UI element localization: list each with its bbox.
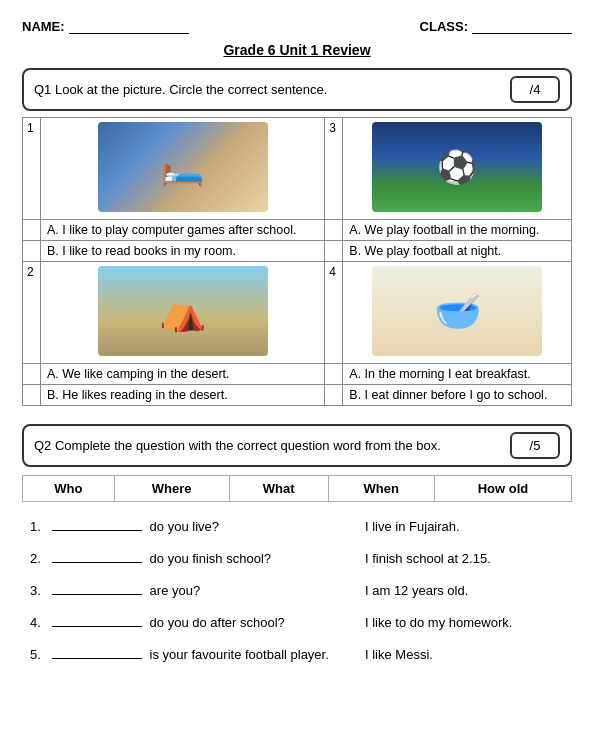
q2-row-1: 1. do you live? I live in Fujairah. [30, 516, 564, 534]
q2-score: /5 [510, 432, 560, 459]
q1-4-answer-a: A. In the morning I eat breakfast. [343, 364, 572, 385]
q2-num-1: 1. [30, 519, 52, 534]
q2-blank-1[interactable] [52, 516, 142, 531]
q1-1-answer-a: A. I like to play computer games after s… [41, 220, 325, 241]
q1-4-answer-b: B. I eat dinner before I go to school. [343, 385, 572, 406]
stadium-image [372, 122, 542, 212]
q1-section-header: Q1 Look at the picture. Circle the corre… [22, 68, 572, 111]
word-how-old: How old [434, 476, 571, 502]
q1-1-a-spacer [23, 220, 41, 241]
q1-2-answer-b: B. He likes reading in the desert. [41, 385, 325, 406]
q2-question-3: are you? [146, 583, 345, 598]
q2-section: Q2 Complete the question with the correc… [22, 424, 572, 662]
q1-2-b-spacer [23, 385, 41, 406]
q2-instruction: Q2 Complete the question with the correc… [34, 438, 441, 453]
breakfast-image [372, 266, 542, 356]
q2-row-4: 4. do you do after school? I like to do … [30, 612, 564, 630]
name-label: NAME: [22, 19, 65, 34]
q1-answer-row-b-24: B. He likes reading in the desert. B. I … [23, 385, 572, 406]
q1-num-1: 1 [23, 118, 41, 220]
page-title: Grade 6 Unit 1 Review [22, 42, 572, 58]
q2-answer-2: I finish school at 2.15. [345, 551, 564, 566]
q2-answer-5: I like Messi. [345, 647, 564, 662]
q1-answer-row-a-24: A. We like camping in the desert. A. In … [23, 364, 572, 385]
stadium-bg [372, 122, 542, 212]
q1-3-answer-b: B. We play football at night. [343, 241, 572, 262]
q2-section-header: Q2 Complete the question with the correc… [22, 424, 572, 467]
q1-num-2: 2 [23, 262, 41, 364]
word-where: Where [114, 476, 229, 502]
header: NAME: CLASS: [22, 18, 572, 34]
q1-4-a-spacer [325, 364, 343, 385]
q2-answer-4: I like to do my homework. [345, 615, 564, 630]
q1-answer-row-b-13: B. I like to read books in my room. B. W… [23, 241, 572, 262]
name-field: NAME: [22, 18, 189, 34]
word-bank-row: Who Where What When How old [23, 476, 572, 502]
q1-1-b-spacer [23, 241, 41, 262]
q1-image-row-2: 2 4 [23, 262, 572, 364]
q1-num-4: 4 [325, 262, 343, 364]
name-line [69, 18, 189, 34]
q1-img-1 [41, 118, 325, 220]
q1-img-4 [343, 262, 572, 364]
word-who: Who [23, 476, 115, 502]
q2-blank-2[interactable] [52, 548, 142, 563]
class-field: CLASS: [420, 18, 572, 34]
q2-blank-4[interactable] [52, 612, 142, 627]
q1-img-2 [41, 262, 325, 364]
q2-blank-5[interactable] [52, 644, 142, 659]
word-bank: Who Where What When How old [22, 475, 572, 502]
q2-questions: 1. do you live? I live in Fujairah. 2. d… [22, 516, 572, 662]
q2-row-3: 3. are you? I am 12 years old. [30, 580, 564, 598]
q2-num-3: 3. [30, 583, 52, 598]
q1-4-b-spacer [325, 385, 343, 406]
q1-2-a-spacer [23, 364, 41, 385]
bedroom-bg [98, 122, 268, 212]
q2-blank-3[interactable] [52, 580, 142, 595]
q1-grid: 1 3 A. I like to play computer games aft… [22, 117, 572, 406]
q1-image-row: 1 3 [23, 118, 572, 220]
class-line [472, 18, 572, 34]
q1-3-b-spacer [325, 241, 343, 262]
q1-img-3 [343, 118, 572, 220]
q2-question-2: do you finish school? [146, 551, 345, 566]
q1-3-answer-a: A. We play football in the morning. [343, 220, 572, 241]
q2-question-4: do you do after school? [146, 615, 345, 630]
q2-num-4: 4. [30, 615, 52, 630]
q1-2-answer-a: A. We like camping in the desert. [41, 364, 325, 385]
class-label: CLASS: [420, 19, 468, 34]
q2-answer-1: I live in Fujairah. [345, 519, 564, 534]
q1-num-3: 3 [325, 118, 343, 220]
q2-answer-3: I am 12 years old. [345, 583, 564, 598]
camping-image [98, 266, 268, 356]
q1-1-answer-b: B. I like to read books in my room. [41, 241, 325, 262]
breakfast-bg [372, 266, 542, 356]
q2-num-2: 2. [30, 551, 52, 566]
q2-num-5: 5. [30, 647, 52, 662]
word-what: What [229, 476, 328, 502]
q2-row-5: 5. is your favourite football player. I … [30, 644, 564, 662]
bedroom-image [98, 122, 268, 212]
q1-instruction: Q1 Look at the picture. Circle the corre… [34, 82, 327, 97]
q1-3-a-spacer [325, 220, 343, 241]
word-when: When [328, 476, 434, 502]
q2-question-1: do you live? [146, 519, 345, 534]
q1-score: /4 [510, 76, 560, 103]
q2-question-5: is your favourite football player. [146, 647, 345, 662]
q2-row-2: 2. do you finish school? I finish school… [30, 548, 564, 566]
q1-answer-row-a-13: A. I like to play computer games after s… [23, 220, 572, 241]
camping-bg [98, 266, 268, 356]
